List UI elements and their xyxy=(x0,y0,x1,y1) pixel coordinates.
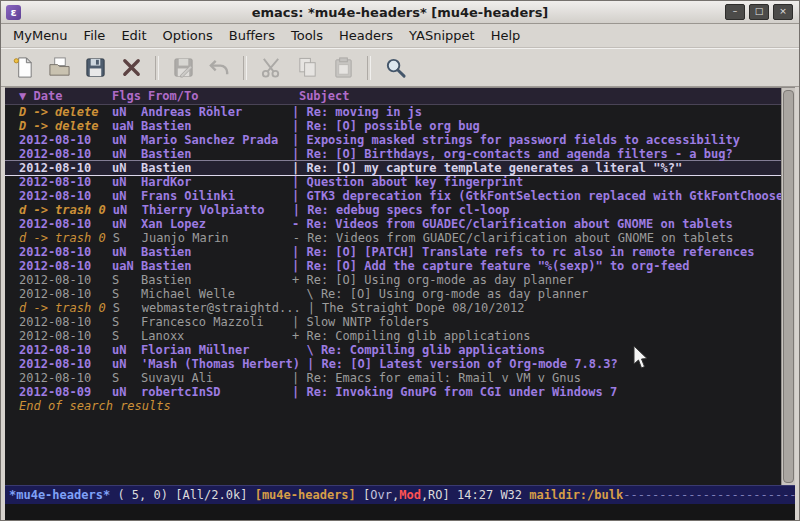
cell-date: 2012-08-10 xyxy=(19,287,105,301)
window-title: emacs: *mu4e-headers* [mu4e-headers] xyxy=(1,5,799,20)
cell-subject: \ Re: [O] Using org-mode as day planner xyxy=(292,287,588,301)
menu-item-buffers[interactable]: Buffers xyxy=(221,26,283,45)
message-row[interactable]: 2012-08-10SLanoxx+ Re: Compiling glib ap… xyxy=(5,329,781,343)
cell-subject: | Slow NNTP folders xyxy=(292,315,429,329)
message-row[interactable]: 2012-08-10uNBastien| Re: [O] [PATCH] Tra… xyxy=(5,245,781,259)
cell-subject: | Question about key fingerprint xyxy=(292,175,523,189)
menu-item-mymenu[interactable]: MyMenu xyxy=(5,26,76,45)
cell-date: 2012-08-10 xyxy=(19,175,105,189)
cell-subject: | Exposing masked strings for password f… xyxy=(292,133,740,147)
cell-subject: | Re: [O] my capture template generates … xyxy=(292,161,682,175)
message-row[interactable]: d -> trash 0SJuanjo Marin- Re: Videos fr… xyxy=(5,231,781,245)
menu-item-file[interactable]: File xyxy=(76,26,114,45)
cell-flags: S xyxy=(112,315,134,329)
message-row[interactable]: 2012-08-10uNFrans Oilinki| GTK3 deprecat… xyxy=(5,189,781,203)
message-row[interactable]: 2012-08-10uaNBastien| Re: [O] Add the ca… xyxy=(5,259,781,273)
menu-item-tools[interactable]: Tools xyxy=(283,26,331,45)
cell-flags: uN xyxy=(112,343,134,357)
column-header-from[interactable]: From/To xyxy=(148,88,292,104)
message-row[interactable]: 2012-08-10uNBastien| Re: [O] Birthdays, … xyxy=(5,147,781,161)
message-row[interactable]: D -> deleteuaNBastien| Re: [O] possible … xyxy=(5,119,781,133)
message-row[interactable]: 2012-08-09uNrobertcInSD| Re: Invoking Gn… xyxy=(5,385,781,399)
message-row[interactable]: 2012-08-10uNHardKor| Question about key … xyxy=(5,175,781,189)
cell-date: 2012-08-10 xyxy=(19,147,105,161)
message-row[interactable]: d -> trash 0Swebmaster@straightd...| The… xyxy=(5,301,781,315)
mode-line: *mu4e-headers* ( 5, 0) [All/2.0k] [mu4e-… xyxy=(5,485,795,504)
cell-subject: | Re: [O] possible org bug xyxy=(292,119,480,133)
echo-area[interactable] xyxy=(5,504,795,521)
cell-subject: - Re: Videos from GUADEC/clarification a… xyxy=(293,231,734,245)
cell-flags: uN xyxy=(112,357,134,371)
save-icon[interactable] xyxy=(79,53,111,83)
sort-indicator: ▼ xyxy=(19,89,33,103)
new-file-icon[interactable] xyxy=(7,53,39,83)
message-row[interactable]: 2012-08-10uNMario Sanchez Prada| Exposin… xyxy=(5,133,781,147)
cell-subject: | The Straight Dope 08/10/2012 xyxy=(308,301,525,315)
cell-from: Bastien xyxy=(141,147,285,161)
end-of-results: End of search results xyxy=(5,399,781,413)
menu-item-edit[interactable]: Edit xyxy=(113,26,154,45)
modeline-maildir: maildir:/bulk xyxy=(529,488,623,502)
close-icon[interactable] xyxy=(115,53,147,83)
cell-subject: - Re: Videos from GUADEC/clarification a… xyxy=(292,217,733,231)
message-row[interactable]: 2012-08-10uN'Mash (Thomas Herbert)| Re: … xyxy=(5,357,781,371)
column-header-date[interactable]: ▼ Date xyxy=(19,88,105,104)
column-header-subject[interactable]: Subject xyxy=(299,88,350,104)
cell-from: Michael Welle xyxy=(141,287,285,301)
menu-item-options[interactable]: Options xyxy=(155,26,221,45)
cell-subject: | Re: edebug specs for cl-loop xyxy=(293,203,510,217)
modeline-major-mode: [mu4e-headers] xyxy=(255,488,363,502)
cell-flags: uaN xyxy=(112,119,134,133)
cell-subject: | Re: [O] Add the capture feature "%(sex… xyxy=(292,259,689,273)
open-file-icon[interactable] xyxy=(43,53,75,83)
menu-item-headers[interactable]: Headers xyxy=(331,26,401,45)
cell-flags: S xyxy=(113,231,135,245)
cell-date: d -> trash 0 xyxy=(19,203,106,217)
message-row[interactable]: 2012-08-10SMichael Welle \ Re: [O] Using… xyxy=(5,287,781,301)
message-row[interactable]: 2012-08-10SFrancesco Mazzoli| Slow NNTP … xyxy=(5,315,781,329)
cell-date: d -> trash 0 xyxy=(19,301,106,315)
cell-date: 2012-08-10 xyxy=(19,343,105,357)
cell-subject: + Re: [O] Using org-mode as day planner xyxy=(292,273,574,287)
close-button[interactable]: × xyxy=(773,4,793,20)
toolbar-separator xyxy=(155,56,159,80)
window-controls: – □ × xyxy=(725,4,793,20)
cell-flags: uN xyxy=(112,175,134,189)
search-icon[interactable] xyxy=(379,53,411,83)
message-row[interactable]: 2012-08-10SBastien+ Re: [O] Using org-mo… xyxy=(5,273,781,287)
cell-subject: | Re: [O] Latest version of Org-mode 7.8… xyxy=(307,357,618,371)
cell-from: Francesco Mazzoli xyxy=(141,315,285,329)
cell-date: 2012-08-10 xyxy=(19,189,105,203)
cell-subject: | Re: [O] [PATCH] Translate refs to rc a… xyxy=(292,245,754,259)
copy-icon xyxy=(291,53,323,83)
cell-from: Andreas Röhler xyxy=(141,105,285,119)
minimize-button[interactable]: – xyxy=(725,4,745,20)
menu-item-help[interactable]: Help xyxy=(483,26,529,45)
message-row[interactable]: D -> deleteuNAndreas Röhler| Re: moving … xyxy=(5,105,781,119)
message-row-current[interactable]: 2012-08-10uNBastien| Re: [O] my capture … xyxy=(5,161,781,175)
maximize-button[interactable]: □ xyxy=(749,4,769,20)
cell-from: Bastien xyxy=(141,119,285,133)
cell-from: Mario Sanchez Prada xyxy=(141,133,285,147)
cell-flags: S xyxy=(112,273,134,287)
vertical-scrollbar[interactable] xyxy=(781,88,795,485)
scrollbar-thumb[interactable] xyxy=(783,90,794,483)
cell-from: Juanjo Marin xyxy=(142,231,286,245)
cell-from: robertcInSD xyxy=(141,385,285,399)
cell-flags: uN xyxy=(112,133,134,147)
message-row[interactable]: 2012-08-10uNFlorian Müllner \ Re: Compil… xyxy=(5,343,781,357)
menu-item-yasnippet[interactable]: YASnippet xyxy=(401,26,483,45)
titlebar[interactable]: ε emacs: *mu4e-headers* [mu4e-headers] –… xyxy=(1,1,799,24)
message-row[interactable]: 2012-08-10uNXan Lopez- Re: Videos from G… xyxy=(5,217,781,231)
modeline-modified-flag: Mod xyxy=(399,488,421,502)
cell-subject: | Re: [O] Birthdays, org-contacts and ag… xyxy=(292,147,733,161)
message-row[interactable]: 2012-08-10SSuvayu Ali| Re: Emacs for ema… xyxy=(5,371,781,385)
cell-flags: uN xyxy=(112,105,134,119)
cell-from: Bastien xyxy=(141,259,285,273)
cell-date: 2012-08-10 xyxy=(19,315,105,329)
message-row[interactable]: d -> trash 0uNThierry Volpiatto| Re: ede… xyxy=(5,203,781,217)
emacs-app-icon: ε xyxy=(6,5,21,20)
cell-date: D -> delete xyxy=(19,105,105,119)
column-header-flags[interactable]: Flgs xyxy=(112,88,141,104)
cell-from: HardKor xyxy=(141,175,285,189)
